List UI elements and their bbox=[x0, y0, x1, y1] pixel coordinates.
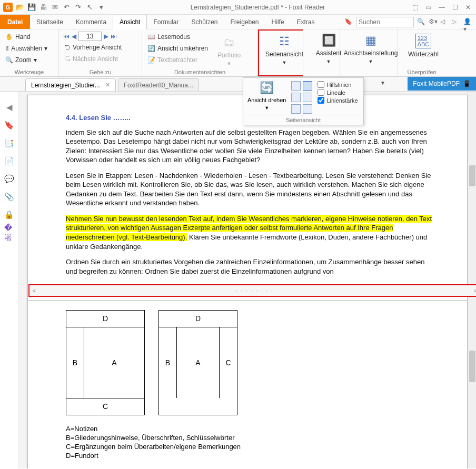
diagram-legend: A=Notizen B=Gliederungshinweise, Übersch… bbox=[66, 425, 438, 461]
doc-tab-label: FoxitReader80_Manua... bbox=[124, 82, 193, 89]
layout-continuous-icon[interactable] bbox=[303, 81, 312, 91]
layout-cont-facing-icon[interactable] bbox=[303, 93, 312, 102]
portfolio: 🗂 Portfolio▼ bbox=[213, 32, 245, 68]
first-page-icon[interactable]: ⏮ bbox=[63, 33, 70, 40]
ansichtseinstellung-button[interactable]: ▦ Ansichtseinstellung▼ bbox=[340, 29, 398, 76]
pages-panel-icon[interactable]: 📑 bbox=[4, 138, 15, 148]
user-icon[interactable]: 👤▾ bbox=[463, 18, 472, 26]
ansichtseinstellung-icon: ▦ bbox=[365, 34, 376, 47]
tab-ansicht[interactable]: Ansicht bbox=[113, 15, 147, 29]
seitenansicht-icon: ☷ bbox=[279, 35, 290, 48]
assistent-button[interactable]: 🔲 Assistent▼ bbox=[303, 29, 340, 76]
email-icon[interactable]: ✉ bbox=[51, 3, 59, 12]
search-go-icon[interactable]: 🔍 bbox=[417, 18, 425, 26]
paragraph: Ordnen Sie durch ein strukturiertes Vorg… bbox=[66, 257, 438, 276]
group-gehezu: ⏮ ◀ ▶ ⏭ ⮌ Vorherige Ansicht ⮎ Nächste An… bbox=[59, 29, 142, 76]
redo-icon[interactable]: ↷ bbox=[74, 3, 82, 12]
next-page-icon[interactable]: ▶ bbox=[104, 33, 108, 40]
security-icon[interactable]: 🔒 bbox=[4, 209, 15, 220]
nav-collapse-icon[interactable]: ◀ bbox=[4, 102, 15, 113]
tab-freigeben[interactable]: Freigeben bbox=[224, 15, 265, 29]
signatures-icon[interactable]: �署 bbox=[4, 227, 15, 238]
mobilepdf-icon: 📱 bbox=[463, 80, 471, 87]
group-label-dokument: Dokumentansichten bbox=[146, 68, 253, 75]
close-icon[interactable]: ✕ bbox=[465, 4, 471, 11]
zoom-tool[interactable]: 🔍 Zoom ▾ bbox=[4, 55, 54, 65]
select-tool[interactable]: I⁞ Auswählen ▾ bbox=[4, 43, 54, 54]
search-input[interactable] bbox=[356, 17, 414, 27]
scrollbar-thumb[interactable] bbox=[469, 165, 475, 186]
skin-icon[interactable]: ⬚ bbox=[412, 4, 418, 11]
page-navigator[interactable]: ⏮ ◀ ▶ ⏭ bbox=[63, 32, 137, 41]
layout-opt6-icon[interactable] bbox=[303, 104, 312, 114]
tabbar-dropdown-icon[interactable]: ▼ bbox=[380, 80, 385, 86]
seitenansicht-button[interactable]: ☷ Seitenansicht▼ bbox=[258, 29, 303, 76]
vertical-scrollbar-lower[interactable] bbox=[468, 298, 476, 468]
layout-grid[interactable] bbox=[291, 81, 312, 114]
tab-extras[interactable]: Extras bbox=[291, 15, 321, 29]
ansicht-umkehren[interactable]: 🔄 Ansicht umkehren bbox=[146, 43, 209, 54]
textbetrachter: 📝 Textbetrachter bbox=[146, 55, 209, 65]
prev-view[interactable]: ⮌ Vorherige Ansicht bbox=[63, 42, 137, 53]
title-bar: G 📂 💾 🖶 ✉ ↶ ↷ ↖ ▾ Lernstrategien_Studier… bbox=[0, 0, 476, 15]
save-icon[interactable]: 💾 bbox=[27, 3, 36, 12]
layout-facing-icon[interactable] bbox=[291, 93, 301, 102]
woerterzahl[interactable]: 123ABC Wörterzahl bbox=[402, 32, 444, 58]
maximize-icon[interactable]: ☐ bbox=[452, 4, 458, 11]
portfolio-icon: 🗂 bbox=[223, 36, 235, 49]
prev-page-icon[interactable]: ◀ bbox=[72, 33, 76, 40]
opt-lineale[interactable]: Lineale bbox=[318, 89, 358, 96]
dropdown-label: Seitenansicht bbox=[243, 115, 363, 125]
horizontal-split-bar[interactable]: < · · · · · · · · > ⌄ bbox=[28, 284, 476, 297]
tab-kommentar[interactable]: Kommenta bbox=[70, 15, 113, 29]
scrollbar-thumb[interactable] bbox=[469, 351, 475, 382]
doc-tab-inactive[interactable]: FoxitReader80_Manua... bbox=[118, 78, 199, 91]
qat-more-icon[interactable]: ▾ bbox=[97, 3, 105, 12]
split-handle[interactable]: · · · · · · · · bbox=[39, 288, 471, 294]
tab-formular[interactable]: Formular bbox=[147, 15, 185, 29]
cursor-tool-icon[interactable]: ↖ bbox=[85, 3, 94, 12]
hand-tool[interactable]: ✋ Hand bbox=[4, 32, 54, 42]
split-scroll-right-icon[interactable]: > bbox=[471, 287, 476, 294]
undo-icon[interactable]: ↶ bbox=[62, 3, 71, 12]
ribbon-toggle-icon[interactable]: ▭ bbox=[425, 4, 431, 11]
comments-icon[interactable]: 💬 bbox=[4, 174, 15, 184]
minimize-icon[interactable]: — bbox=[439, 4, 445, 11]
seitenansicht-dropdown: 🔄 Ansicht drehen ▼ Hilfslinien Lineale L… bbox=[243, 77, 364, 125]
split-scroll-left-icon[interactable]: < bbox=[29, 287, 39, 294]
wordcount-icon: 123ABC bbox=[415, 34, 432, 48]
layout-opt5-icon[interactable] bbox=[291, 104, 301, 114]
attachments-icon[interactable]: 📎 bbox=[4, 192, 15, 202]
page-viewer[interactable]: 4.4. Lesen Sie …….. indem Sie sich auf d… bbox=[19, 92, 476, 468]
group-werkzeuge: ✋ Hand I⁞ Auswählen ▾ 🔍 Zoom ▾ Werkzeuge bbox=[0, 29, 59, 76]
document-tab-bar: Lernstrategien_Studier... ✕ FoxitReader8… bbox=[0, 77, 476, 92]
bookmarks-icon[interactable]: 🔖 bbox=[4, 120, 15, 131]
ansicht-drehen[interactable]: 🔄 Ansicht drehen ▼ bbox=[247, 81, 286, 114]
file-menu[interactable]: Datei bbox=[0, 15, 30, 29]
group-label-gehezu: Gehe zu bbox=[63, 68, 137, 75]
opt-linienstaerke[interactable]: Linienstärke bbox=[318, 97, 358, 104]
page-number-input[interactable] bbox=[78, 32, 102, 41]
tab-startseite[interactable]: Startseite bbox=[30, 15, 70, 29]
last-page-icon[interactable]: ⏭ bbox=[111, 33, 117, 40]
tab-close-icon[interactable]: ✕ bbox=[105, 82, 110, 88]
diagram-1: D B A C bbox=[66, 310, 145, 415]
doc-tab-active[interactable]: Lernstrategien_Studier... ✕ bbox=[25, 78, 116, 91]
print-icon[interactable]: 🖶 bbox=[39, 3, 47, 12]
lesemodus[interactable]: 📖 Lesemodus bbox=[146, 32, 209, 42]
tab-schuetzen[interactable]: Schützen bbox=[185, 15, 224, 29]
nav-back-icon[interactable]: ◁ bbox=[440, 18, 449, 26]
paragraph: indem Sie sich auf die Suche nach Antwor… bbox=[66, 128, 438, 165]
pdf-page-lower: D B A C D B A C A=Notizen B=Gliederungsh… bbox=[27, 300, 468, 468]
find-icon[interactable]: 🔖 bbox=[344, 18, 353, 26]
tab-hilfe[interactable]: Hilfe bbox=[265, 15, 291, 29]
mobilepdf-banner[interactable]: Foxit MobilePDF 📱 bbox=[408, 77, 476, 91]
layers-icon[interactable]: 📄 bbox=[4, 156, 15, 166]
ribbon: ✋ Hand I⁞ Auswählen ▾ 🔍 Zoom ▾ Werkzeuge… bbox=[0, 29, 476, 77]
layout-single-icon[interactable] bbox=[291, 81, 301, 91]
nav-fwd-icon[interactable]: ▷ bbox=[452, 18, 460, 26]
open-icon[interactable]: 📂 bbox=[16, 3, 24, 12]
opt-hilfslinien[interactable]: Hilfslinien bbox=[318, 81, 358, 88]
workspace: ◀ 🔖 📑 📄 💬 📎 🔒 �署 4.4. Lesen Sie …….. ind… bbox=[0, 92, 476, 468]
settings-icon[interactable]: ⚙▾ bbox=[429, 18, 437, 26]
